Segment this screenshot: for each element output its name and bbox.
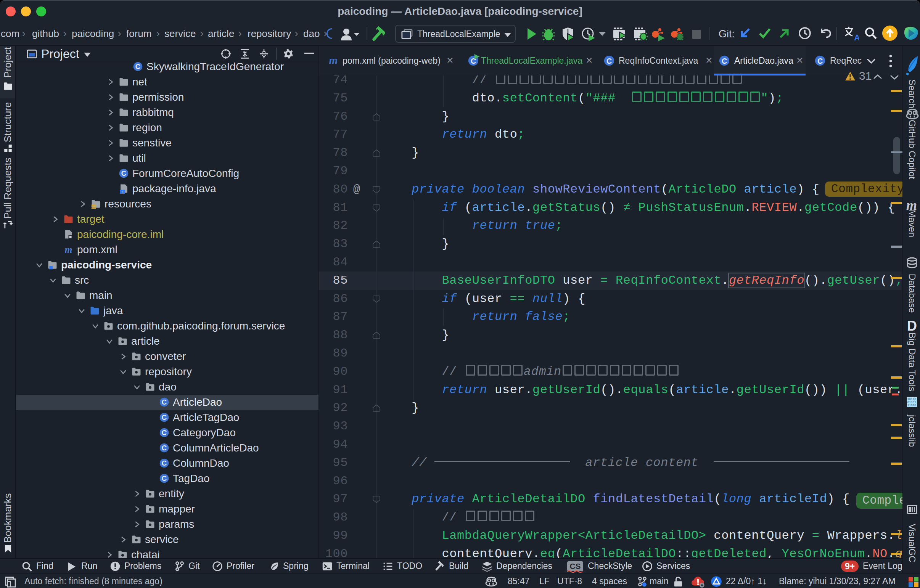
svg-text:C: C	[722, 57, 727, 65]
svg-text:C: C	[817, 57, 823, 65]
svg-text:m: m	[329, 55, 338, 66]
svg-text:11010: 11010	[907, 404, 916, 407]
svg-text:01101: 01101	[907, 401, 916, 404]
svg-text:C: C	[606, 57, 612, 65]
svg-text:10110: 10110	[907, 398, 916, 401]
svg-text:A: A	[854, 33, 859, 41]
